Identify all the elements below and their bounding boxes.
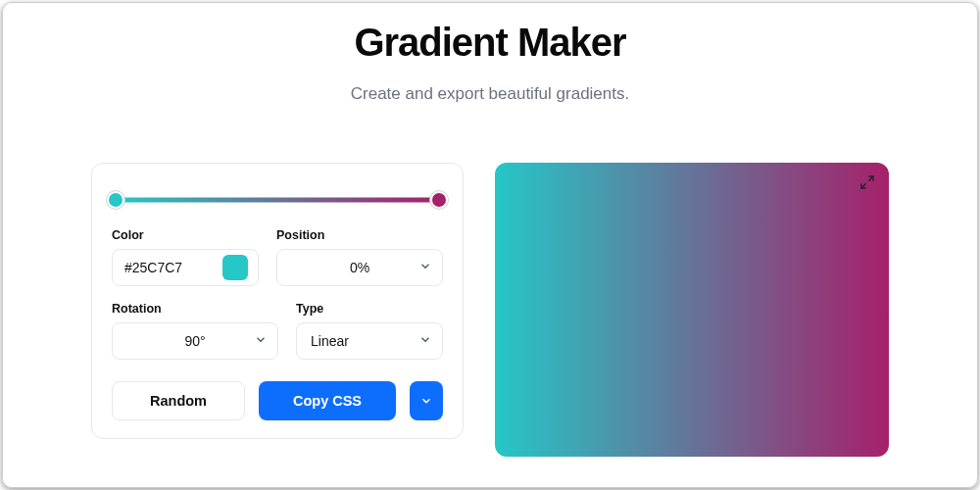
- color-swatch[interactable]: [222, 255, 248, 280]
- chevron-down-icon: [419, 394, 433, 408]
- color-input[interactable]: #25C7C7: [112, 249, 259, 286]
- random-button-label: Random: [150, 393, 207, 409]
- type-select[interactable]: Linear: [296, 322, 443, 360]
- svg-line-1: [861, 183, 866, 188]
- gradient-preview: [495, 163, 889, 457]
- copy-css-button[interactable]: Copy CSS: [259, 381, 396, 420]
- chevron-down-icon: [418, 333, 432, 350]
- page-subtitle: Create and export beautiful gradients.: [3, 84, 977, 104]
- gradient-track: [116, 198, 439, 203]
- gradient-slider[interactable]: [116, 191, 439, 209]
- chevron-down-icon: [254, 333, 268, 350]
- gradient-stop-2[interactable]: [430, 191, 448, 209]
- rotation-label: Rotation: [112, 302, 278, 316]
- copy-css-button-label: Copy CSS: [293, 393, 362, 409]
- color-hex-value: #25C7C7: [124, 260, 215, 275]
- color-label: Color: [112, 228, 259, 242]
- svg-line-0: [868, 176, 873, 181]
- random-button[interactable]: Random: [112, 381, 245, 420]
- chevron-down-icon: [418, 260, 432, 276]
- position-select[interactable]: 0%: [276, 249, 443, 286]
- rotation-select[interactable]: 90°: [112, 322, 278, 360]
- gradient-stop-1[interactable]: [107, 191, 124, 209]
- rotation-value: 90°: [184, 333, 205, 349]
- position-value: 0%: [350, 260, 369, 275]
- page-title: Gradient Maker: [3, 21, 977, 65]
- copy-css-dropdown-button[interactable]: [410, 381, 443, 420]
- controls-panel: Color #25C7C7 Position 0%: [91, 163, 464, 439]
- position-label: Position: [276, 228, 443, 242]
- expand-icon[interactable]: [859, 174, 875, 194]
- type-label: Type: [296, 302, 443, 316]
- type-value: Linear: [311, 333, 349, 349]
